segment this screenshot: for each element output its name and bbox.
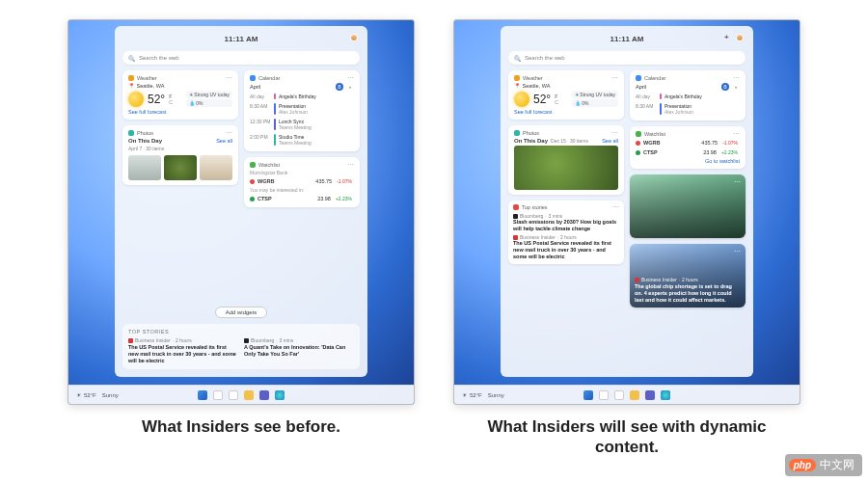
watchlist-icon [250,162,256,168]
news-card[interactable]: ⋯ [630,174,746,238]
search-input[interactable]: 🔍 Search the web [122,51,360,65]
temperature: 52° [533,93,551,106]
taskbar: ☀ 52°FSunny [454,385,800,404]
more-icon[interactable]: ⋯ [734,178,741,187]
watermark-text: 中文网 [820,457,854,473]
after-column: 11:11 AM + 🔍 Search the web Weather⋯ 📍 S… [453,19,800,472]
weather-icon [514,75,520,81]
see-all-link[interactable]: See all [602,138,618,144]
avatar[interactable] [736,34,744,41]
edge-icon[interactable] [275,390,285,400]
topbar-before: 11:11 AM [122,32,360,45]
caption-before: What Insiders see before. [142,416,340,437]
chat-icon[interactable] [645,390,655,400]
search-icon: 🔍 [514,55,521,62]
forecast-link[interactable]: See full forecast [514,109,618,115]
caption-after: What Insiders will see with dynamic cont… [463,416,791,458]
news-card[interactable]: ⋯ Business Insider · 2 hours The global … [630,244,746,308]
device-before: 11:11 AM 🔍 Search the web Weather⋯ 📍 Sea… [68,19,415,405]
sun-icon [514,92,529,107]
start-button[interactable] [583,390,593,400]
more-icon[interactable]: ⋯ [612,205,619,209]
photos-card[interactable]: Photos⋯ On This DayDec 15 · 30 itemsSee … [508,125,624,195]
photo-thumb[interactable] [164,155,197,180]
more-icon[interactable]: ⋯ [733,132,740,136]
taskbar-weather[interactable]: ☀ 52°FSunny [462,391,504,398]
photo-thumb[interactable] [200,155,232,180]
photo-hero[interactable] [514,146,618,190]
cal-next[interactable]: › [732,83,740,91]
widgets-panel-after: 11:11 AM + 🔍 Search the web Weather⋯ 📍 S… [501,26,753,377]
chat-icon[interactable] [259,390,269,400]
watchlist-card[interactable]: Watchlist⋯ WGRB435.75-1.07% CTSP23.98+2.… [630,126,746,169]
more-icon[interactable]: ⋯ [733,76,740,80]
see-all-link[interactable]: See all [216,138,232,144]
top-stories-title: TOP STORIES [128,329,354,335]
cards-grid: Weather⋯ 📍 Seattle, WA 52° FC ☀ Strong U… [508,70,746,369]
weather-icon [128,75,134,81]
explorer-icon[interactable] [244,390,254,400]
calendar-card[interactable]: Calendar⋯ April8› All dayAngela's Birthd… [244,70,360,151]
clock: 11:11 AM [225,35,258,43]
topbar-after: 11:11 AM + [508,32,746,45]
watchlist-card[interactable]: Watchlist⋯ Morningstar Bank WGRB435.75-1… [244,157,360,207]
device-after: 11:11 AM + 🔍 Search the web Weather⋯ 📍 S… [453,19,800,405]
story-item[interactable]: Business Insider · 2 hours The US Postal… [128,337,238,364]
widgets-panel-before: 11:11 AM 🔍 Search the web Weather⋯ 📍 Sea… [115,26,367,377]
top-stories-small[interactable]: Top stories⋯ Bloomberg · 3 mins Slash em… [508,201,624,264]
watchlist-icon [636,131,641,137]
photos-icon [514,130,520,136]
edge-icon[interactable] [661,390,670,400]
taskbar: ☀ 52°FSunny [68,385,414,404]
search-placeholder: Search the web [525,55,565,61]
clock: 11:11 AM [610,35,644,43]
cal-day[interactable]: 8 [336,83,343,91]
taskview-icon[interactable] [229,390,238,400]
taskbar-search-icon[interactable] [599,390,609,400]
watermark-badge: php [789,459,816,471]
explorer-icon[interactable] [630,390,639,400]
more-icon[interactable]: ⋯ [347,76,354,80]
more-icon[interactable]: ⋯ [734,248,741,256]
search-input[interactable]: 🔍 Search the web [508,51,746,65]
calendar-card[interactable]: Calendar⋯ April8› All dayAngela's Birthd… [630,70,746,120]
search-icon: 🔍 [128,55,135,62]
start-button[interactable] [198,390,207,400]
more-icon[interactable]: ⋯ [226,76,232,80]
cal-day[interactable]: 8 [721,83,729,91]
add-icon[interactable]: + [724,34,732,41]
news-icon [513,204,519,210]
weather-card[interactable]: Weather⋯ 📍 Seattle, WA 52° FC ☀ Strong U… [508,70,624,120]
weather-card[interactable]: Weather⋯ 📍 Seattle, WA 52° FC ☀ Strong U… [122,70,238,120]
comparison-stage: 11:11 AM 🔍 Search the web Weather⋯ 📍 Sea… [0,0,868,482]
watermark: php 中文网 [785,454,862,476]
add-widgets-button[interactable]: Add widgets [215,307,268,318]
photos-icon [128,130,134,136]
taskbar-search-icon[interactable] [213,390,223,400]
forecast-link[interactable]: See full forecast [128,109,232,115]
more-icon[interactable]: ⋯ [226,131,232,135]
calendar-icon [250,75,256,81]
calendar-icon [636,75,641,81]
taskview-icon[interactable] [614,390,624,400]
taskbar-weather[interactable]: ☀ 52°FSunny [76,391,119,398]
avatar[interactable] [350,34,358,41]
sun-icon [128,92,144,107]
more-icon[interactable]: ⋯ [611,76,618,80]
photos-card[interactable]: Photos⋯ On This DaySee all April 7 · 30 … [122,125,238,185]
temperature: 52° [148,93,165,106]
cal-next[interactable]: › [346,83,354,91]
more-icon[interactable]: ⋯ [611,131,618,135]
more-icon[interactable]: ⋯ [347,163,354,167]
search-placeholder: Search the web [139,55,179,61]
cards-grid: Weather⋯ 📍 Seattle, WA 52° FC ☀ Strong U… [122,70,360,301]
story-item[interactable]: Bloomberg · 3 mins A Quant's Take on Inn… [244,337,354,364]
before-column: 11:11 AM 🔍 Search the web Weather⋯ 📍 Sea… [68,19,415,472]
top-stories-card: TOP STORIES Business Insider · 2 hours T… [122,324,360,369]
photo-thumb[interactable] [128,155,161,180]
watchlist-link[interactable]: Go to watchlist [636,158,740,164]
